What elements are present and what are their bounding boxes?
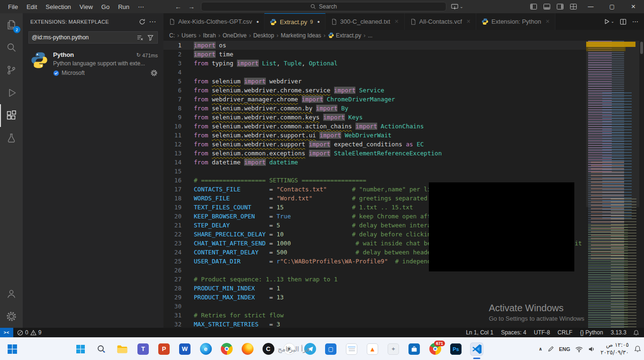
activity-testing[interactable] [0, 127, 23, 150]
status-item[interactable]: 3.13.3 [607, 329, 630, 336]
clear-filter-icon[interactable] [136, 33, 144, 42]
status-item[interactable]: Ln 1, Col 1 [462, 329, 497, 336]
split-editor-icon[interactable] [620, 18, 626, 25]
editor-scrollbar[interactable] [639, 41, 644, 328]
code-line: 3from typing import List, Tuple, Optiona… [163, 59, 586, 68]
word-icon[interactable]: W [178, 342, 191, 356]
breadcrumb-item[interactable]: C: [169, 32, 175, 39]
tab-label: Extract.py [280, 18, 307, 26]
toggle-sidebar-left-icon[interactable] [527, 0, 540, 13]
menu-run[interactable]: Run [114, 3, 134, 10]
volume-icon[interactable] [588, 346, 595, 352]
notepad-icon[interactable] [345, 342, 358, 356]
modified-dot-icon[interactable]: ● [317, 19, 319, 24]
forward-arrow-icon[interactable]: → [185, 3, 198, 10]
modified-dot-icon[interactable]: ● [256, 19, 259, 24]
extensions-search-input[interactable] [32, 34, 134, 41]
light-app-icon[interactable]: ✦ [387, 342, 400, 356]
more-actions-icon[interactable]: ⋯ [147, 17, 158, 27]
play-icon [604, 18, 610, 25]
customize-layout-icon[interactable] [567, 0, 580, 13]
blue-app-icon[interactable]: ▢ [324, 342, 337, 356]
breadcrumb-item[interactable]: ... [368, 32, 372, 39]
status-item[interactable]: UTF-8 [530, 329, 554, 336]
activity-source-control[interactable] [0, 59, 23, 81]
extension-settings-gear-icon[interactable] [150, 69, 158, 77]
remote-indicator[interactable]: >< [0, 328, 13, 337]
tab-All-Contacts.vcf[interactable]: All-Contacts.vcf✕ [405, 13, 477, 30]
activity-explorer[interactable]: 2 [0, 13, 23, 36]
breadcrumb-item[interactable]: Ibrah [203, 32, 216, 39]
teams-icon[interactable]: T [136, 342, 150, 356]
status-item[interactable]: Spaces: 4 [497, 329, 530, 336]
taskbar-search-icon[interactable] [95, 342, 108, 356]
tray-chevron-up-icon[interactable]: ∧ [538, 346, 542, 351]
breadcrumb-item[interactable]: Extract.py [328, 32, 361, 39]
breadcrumb-item[interactable]: Marketing Ideas [281, 32, 321, 39]
telegram-icon[interactable] [303, 342, 317, 356]
status-item[interactable]: {} Python [576, 329, 607, 336]
python-logo-icon [30, 51, 48, 69]
pen-icon[interactable] [548, 346, 554, 352]
back-arrow-icon[interactable]: ← [172, 3, 185, 10]
notifications-bell-icon[interactable] [630, 330, 644, 336]
menu-go[interactable]: Go [97, 3, 114, 10]
accounts-icon[interactable] [0, 282, 23, 305]
close-tab-icon[interactable]: ✕ [394, 18, 399, 25]
powerpoint-icon[interactable]: P [157, 342, 171, 356]
close-button[interactable]: ✕ [623, 0, 644, 13]
tray-clock[interactable]: ١٢:٠٥ ص ٢٠٢٥/٠٩/٣٠ [600, 342, 629, 356]
breadcrumb-item[interactable]: Users [181, 32, 196, 39]
chrome-icon[interactable] [220, 342, 233, 356]
browser-icon-with-badge[interactable]: 671 [428, 342, 442, 356]
remote-cast-button[interactable]: ⌄ [451, 2, 463, 11]
tab-Alex-Kids-Clothes-GPT.csv[interactable]: Alex-Kids-Clothes-GPT.csv● [163, 13, 264, 30]
language-indicator[interactable]: ENG [559, 346, 571, 352]
close-tab-icon[interactable]: ✕ [466, 18, 471, 25]
chatgpt-icon[interactable]: ✳ [282, 342, 296, 356]
problems-status[interactable]: 0 9 [13, 329, 45, 336]
settings-gear-icon[interactable] [0, 305, 23, 328]
toggle-sidebar-right-icon[interactable] [553, 0, 567, 13]
edge-icon[interactable]: e [199, 342, 212, 356]
vscode-icon[interactable] [470, 342, 483, 356]
command-center-search[interactable]: Search [201, 2, 446, 11]
sync-icon: ↻ [136, 52, 141, 58]
firefox-icon[interactable] [241, 342, 254, 356]
dark-app-icon[interactable]: C [262, 342, 275, 356]
tray-notifications-bell-icon[interactable] [634, 345, 641, 352]
toggle-panel-icon[interactable] [540, 0, 553, 13]
scrollbar-thumb[interactable] [640, 42, 643, 54]
breadcrumb-item[interactable]: Desktop [253, 32, 274, 39]
wifi-icon[interactable] [575, 346, 583, 352]
more-actions-icon[interactable]: ⋯ [632, 18, 638, 25]
activity-run-debug[interactable] [0, 81, 23, 104]
start-button[interactable] [74, 342, 87, 356]
menu-view[interactable]: View [75, 3, 97, 10]
code-line: 9from selenium.webdriver.common.keys imp… [163, 113, 586, 122]
photoshop-icon[interactable]: Ps [449, 342, 463, 356]
minimize-button[interactable]: — [580, 0, 601, 13]
refresh-icon[interactable] [137, 17, 147, 27]
minimap[interactable] [586, 41, 639, 328]
vlc-icon[interactable]: ▲ [366, 342, 379, 356]
close-tab-icon[interactable]: ✕ [545, 18, 550, 25]
status-item[interactable]: CRLF [554, 329, 576, 336]
run-python-file-button[interactable]: ⌄ [604, 18, 614, 25]
menu-selection[interactable]: Selection [41, 3, 75, 10]
widgets-icon[interactable] [6, 342, 19, 356]
filter-funnel-icon[interactable] [146, 33, 154, 42]
menu-⋯[interactable]: ⋯ [134, 3, 148, 10]
extension-list-item-python[interactable]: Python ↻471ms Python language support wi… [23, 46, 163, 81]
tab-Extract.py[interactable]: Extract.py9● [264, 13, 325, 30]
tab-Extension: Python[interactable]: Extension: Python✕ [476, 13, 555, 30]
restore-button[interactable]: ▢ [601, 0, 623, 13]
activity-extensions[interactable] [0, 104, 23, 127]
breadcrumb-item[interactable]: OneDrive [223, 32, 247, 39]
activity-search[interactable] [0, 36, 23, 59]
menu-file[interactable]: File [4, 3, 22, 10]
menu-edit[interactable]: Edit [22, 3, 41, 10]
microsoft-store-icon[interactable] [408, 342, 421, 356]
file-explorer-icon[interactable] [116, 342, 129, 356]
tab-300-C_cleaned.txt[interactable]: 300-C_cleaned.txt✕ [326, 13, 405, 30]
